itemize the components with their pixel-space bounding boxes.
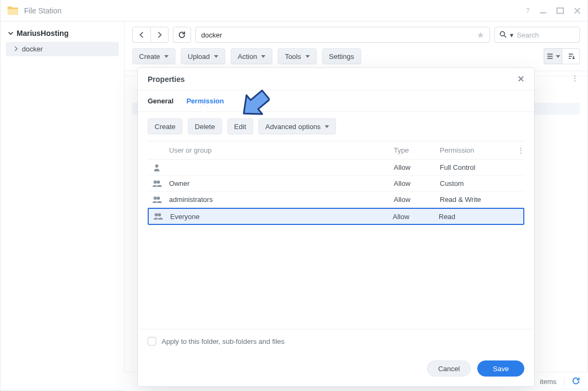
list-more-icon[interactable]: ⋮ <box>571 74 578 82</box>
dialog-tabs: General Permission <box>138 91 534 112</box>
col-permission[interactable]: Permission <box>440 146 515 154</box>
dialog-close-button[interactable]: ✕ <box>517 74 524 84</box>
svg-rect-1 <box>557 8 563 13</box>
search-input[interactable] <box>517 31 575 39</box>
cell-user: Owner <box>166 179 394 187</box>
view-list-button[interactable] <box>544 48 562 64</box>
table-row[interactable]: administratorsAllowRead & Write <box>148 192 524 208</box>
cell-user: administrators <box>166 196 394 204</box>
upload-button[interactable]: Upload <box>181 48 225 64</box>
nav-back-button[interactable] <box>132 27 150 43</box>
table-header: User or group Type Permission ⋮ <box>148 141 524 160</box>
app-folder-icon <box>7 6 19 16</box>
status-refresh-icon[interactable] <box>572 377 581 387</box>
col-user[interactable]: User or group <box>166 146 394 154</box>
caret-down-icon <box>556 55 560 58</box>
apply-label: Apply to this folder, sub-folders and fi… <box>162 337 285 345</box>
cell-permission: Read & Write <box>440 196 515 204</box>
chevron-down-icon <box>8 29 13 37</box>
group-icon <box>149 213 167 220</box>
divider <box>564 377 564 387</box>
tree-root[interactable]: MariusHosting <box>6 27 119 42</box>
tools-button[interactable]: Tools <box>278 48 316 64</box>
chevron-right-icon <box>13 45 19 53</box>
caret-down-icon <box>261 55 265 58</box>
caret-down-icon <box>164 55 169 58</box>
nav-forward-button[interactable] <box>150 27 169 43</box>
perm-delete-button[interactable]: Delete <box>188 118 222 134</box>
search-icon <box>499 31 507 40</box>
table-row[interactable]: OwnerAllowCustom <box>148 176 524 192</box>
save-button[interactable]: Save <box>477 360 524 377</box>
search-box[interactable]: ▾ <box>494 27 580 43</box>
tab-permission[interactable]: Permission <box>186 97 224 111</box>
svg-point-2 <box>500 32 505 36</box>
sort-button[interactable] <box>562 48 580 64</box>
cell-type: Allow <box>393 213 439 221</box>
caret-down-icon <box>214 55 218 58</box>
refresh-button[interactable] <box>173 27 191 43</box>
col-type[interactable]: Type <box>394 146 440 154</box>
sidebar-item-docker[interactable]: docker <box>6 42 119 56</box>
table-more-icon[interactable]: ⋮ <box>515 146 524 154</box>
permission-toolbar: Create Delete Edit Advanced options <box>138 112 534 141</box>
cell-permission: Full Control <box>440 163 515 171</box>
minimize-icon[interactable] <box>539 7 547 14</box>
cell-type: Allow <box>394 196 440 204</box>
perm-advanced-button[interactable]: Advanced options <box>258 118 336 134</box>
maximize-icon[interactable] <box>556 7 564 14</box>
favorite-star-icon[interactable]: ★ <box>477 30 484 40</box>
cell-type: Allow <box>394 179 440 187</box>
table-row[interactable]: AllowFull Control <box>148 160 524 176</box>
toolbar-navigation: docker ★ ▾ <box>125 21 587 48</box>
tab-general[interactable]: General <box>148 97 173 111</box>
cell-permission: Read <box>439 213 514 221</box>
caret-down-icon <box>325 125 329 128</box>
cell-type: Allow <box>394 163 440 171</box>
caret-down-icon <box>306 55 310 58</box>
dialog-title: Properties <box>148 75 185 84</box>
properties-dialog: Properties ✕ General Permission Create D… <box>138 67 534 387</box>
path-input[interactable]: docker ★ <box>195 27 490 43</box>
sidebar: MariusHosting docker <box>1 21 125 390</box>
item-count: items <box>540 378 556 386</box>
cell-permission: Custom <box>440 179 515 187</box>
user-icon <box>148 164 166 171</box>
cell-user: Everyone <box>167 213 393 221</box>
window-title: File Station <box>24 6 526 15</box>
perm-create-button[interactable]: Create <box>148 118 182 134</box>
group-icon <box>148 180 166 187</box>
tree-root-label: MariusHosting <box>17 29 68 37</box>
help-icon[interactable]: ? <box>526 6 530 14</box>
perm-edit-button[interactable]: Edit <box>227 118 253 134</box>
permission-table: User or group Type Permission ⋮ AllowFul… <box>148 141 524 225</box>
action-button[interactable]: Action <box>231 48 272 64</box>
table-row[interactable]: EveryoneAllowRead <box>148 208 524 225</box>
path-value: docker <box>201 31 222 39</box>
apply-checkbox[interactable] <box>148 337 156 345</box>
svg-rect-0 <box>540 12 546 13</box>
close-icon[interactable] <box>574 7 581 14</box>
window-titlebar: File Station ? <box>1 0 587 21</box>
sidebar-item-label: docker <box>22 45 43 53</box>
cancel-button[interactable]: Cancel <box>427 360 471 377</box>
create-button[interactable]: Create <box>132 48 175 64</box>
group-icon <box>148 196 166 204</box>
settings-button[interactable]: Settings <box>322 48 361 64</box>
